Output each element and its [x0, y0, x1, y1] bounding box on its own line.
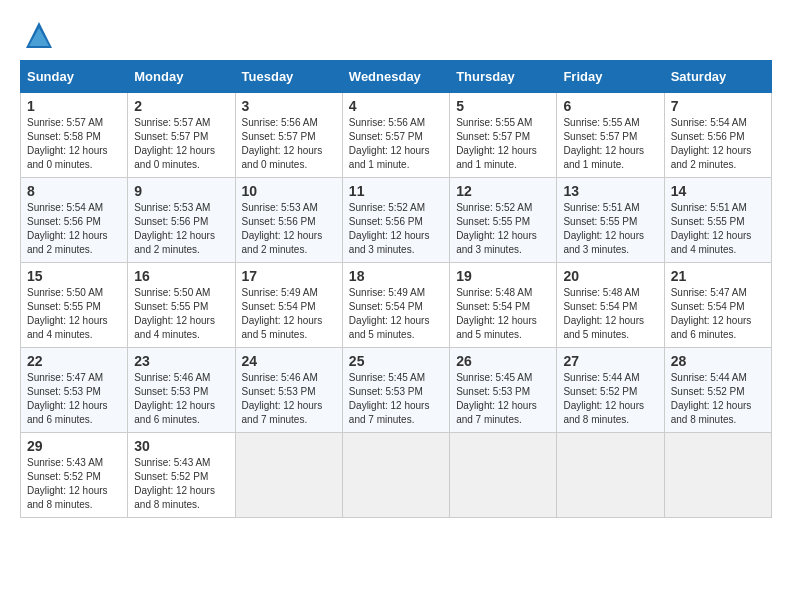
day-info: Sunrise: 5:52 AMSunset: 5:55 PMDaylight:… [456, 202, 537, 255]
day-number: 1 [27, 98, 121, 114]
day-info: Sunrise: 5:57 AMSunset: 5:57 PMDaylight:… [134, 117, 215, 170]
calendar-cell [342, 433, 449, 518]
calendar-cell: 20 Sunrise: 5:48 AMSunset: 5:54 PMDaylig… [557, 263, 664, 348]
calendar-cell: 1 Sunrise: 5:57 AMSunset: 5:58 PMDayligh… [21, 93, 128, 178]
calendar-cell: 27 Sunrise: 5:44 AMSunset: 5:52 PMDaylig… [557, 348, 664, 433]
day-number: 14 [671, 183, 765, 199]
calendar-cell: 18 Sunrise: 5:49 AMSunset: 5:54 PMDaylig… [342, 263, 449, 348]
calendar-week-5: 29 Sunrise: 5:43 AMSunset: 5:52 PMDaylig… [21, 433, 772, 518]
calendar-cell: 15 Sunrise: 5:50 AMSunset: 5:55 PMDaylig… [21, 263, 128, 348]
calendar-cell: 7 Sunrise: 5:54 AMSunset: 5:56 PMDayligh… [664, 93, 771, 178]
calendar-header: SundayMondayTuesdayWednesdayThursdayFrid… [21, 61, 772, 93]
day-info: Sunrise: 5:53 AMSunset: 5:56 PMDaylight:… [242, 202, 323, 255]
day-info: Sunrise: 5:56 AMSunset: 5:57 PMDaylight:… [349, 117, 430, 170]
day-info: Sunrise: 5:52 AMSunset: 5:56 PMDaylight:… [349, 202, 430, 255]
logo [20, 20, 54, 50]
logo-icon [24, 20, 54, 50]
day-number: 23 [134, 353, 228, 369]
calendar-cell: 2 Sunrise: 5:57 AMSunset: 5:57 PMDayligh… [128, 93, 235, 178]
day-info: Sunrise: 5:49 AMSunset: 5:54 PMDaylight:… [349, 287, 430, 340]
day-number: 24 [242, 353, 336, 369]
day-info: Sunrise: 5:45 AMSunset: 5:53 PMDaylight:… [456, 372, 537, 425]
day-number: 18 [349, 268, 443, 284]
day-info: Sunrise: 5:56 AMSunset: 5:57 PMDaylight:… [242, 117, 323, 170]
calendar-week-4: 22 Sunrise: 5:47 AMSunset: 5:53 PMDaylig… [21, 348, 772, 433]
calendar-cell [557, 433, 664, 518]
day-number: 28 [671, 353, 765, 369]
day-number: 7 [671, 98, 765, 114]
page-header [20, 20, 772, 50]
calendar-cell: 24 Sunrise: 5:46 AMSunset: 5:53 PMDaylig… [235, 348, 342, 433]
day-info: Sunrise: 5:55 AMSunset: 5:57 PMDaylight:… [456, 117, 537, 170]
calendar-cell: 4 Sunrise: 5:56 AMSunset: 5:57 PMDayligh… [342, 93, 449, 178]
day-number: 3 [242, 98, 336, 114]
calendar-cell: 16 Sunrise: 5:50 AMSunset: 5:55 PMDaylig… [128, 263, 235, 348]
day-number: 12 [456, 183, 550, 199]
day-info: Sunrise: 5:49 AMSunset: 5:54 PMDaylight:… [242, 287, 323, 340]
calendar-cell [450, 433, 557, 518]
day-number: 19 [456, 268, 550, 284]
column-header-monday: Monday [128, 61, 235, 93]
calendar-cell: 9 Sunrise: 5:53 AMSunset: 5:56 PMDayligh… [128, 178, 235, 263]
day-number: 16 [134, 268, 228, 284]
day-number: 29 [27, 438, 121, 454]
calendar-cell: 19 Sunrise: 5:48 AMSunset: 5:54 PMDaylig… [450, 263, 557, 348]
column-header-sunday: Sunday [21, 61, 128, 93]
calendar-cell: 3 Sunrise: 5:56 AMSunset: 5:57 PMDayligh… [235, 93, 342, 178]
day-number: 5 [456, 98, 550, 114]
column-header-thursday: Thursday [450, 61, 557, 93]
day-number: 25 [349, 353, 443, 369]
day-number: 30 [134, 438, 228, 454]
day-info: Sunrise: 5:43 AMSunset: 5:52 PMDaylight:… [27, 457, 108, 510]
day-number: 26 [456, 353, 550, 369]
day-number: 13 [563, 183, 657, 199]
calendar-week-1: 1 Sunrise: 5:57 AMSunset: 5:58 PMDayligh… [21, 93, 772, 178]
day-number: 27 [563, 353, 657, 369]
day-number: 11 [349, 183, 443, 199]
calendar-cell: 8 Sunrise: 5:54 AMSunset: 5:56 PMDayligh… [21, 178, 128, 263]
calendar-cell: 29 Sunrise: 5:43 AMSunset: 5:52 PMDaylig… [21, 433, 128, 518]
calendar-cell: 30 Sunrise: 5:43 AMSunset: 5:52 PMDaylig… [128, 433, 235, 518]
calendar-cell: 10 Sunrise: 5:53 AMSunset: 5:56 PMDaylig… [235, 178, 342, 263]
day-info: Sunrise: 5:54 AMSunset: 5:56 PMDaylight:… [671, 117, 752, 170]
column-header-friday: Friday [557, 61, 664, 93]
calendar-cell: 17 Sunrise: 5:49 AMSunset: 5:54 PMDaylig… [235, 263, 342, 348]
day-number: 22 [27, 353, 121, 369]
day-info: Sunrise: 5:46 AMSunset: 5:53 PMDaylight:… [134, 372, 215, 425]
calendar-cell: 26 Sunrise: 5:45 AMSunset: 5:53 PMDaylig… [450, 348, 557, 433]
calendar-cell: 21 Sunrise: 5:47 AMSunset: 5:54 PMDaylig… [664, 263, 771, 348]
day-info: Sunrise: 5:50 AMSunset: 5:55 PMDaylight:… [27, 287, 108, 340]
day-info: Sunrise: 5:54 AMSunset: 5:56 PMDaylight:… [27, 202, 108, 255]
calendar-cell: 12 Sunrise: 5:52 AMSunset: 5:55 PMDaylig… [450, 178, 557, 263]
day-number: 21 [671, 268, 765, 284]
calendar-cell: 14 Sunrise: 5:51 AMSunset: 5:55 PMDaylig… [664, 178, 771, 263]
day-info: Sunrise: 5:57 AMSunset: 5:58 PMDaylight:… [27, 117, 108, 170]
day-info: Sunrise: 5:48 AMSunset: 5:54 PMDaylight:… [563, 287, 644, 340]
day-number: 6 [563, 98, 657, 114]
calendar-cell: 28 Sunrise: 5:44 AMSunset: 5:52 PMDaylig… [664, 348, 771, 433]
calendar-cell: 22 Sunrise: 5:47 AMSunset: 5:53 PMDaylig… [21, 348, 128, 433]
calendar-cell: 11 Sunrise: 5:52 AMSunset: 5:56 PMDaylig… [342, 178, 449, 263]
column-header-saturday: Saturday [664, 61, 771, 93]
calendar-cell: 5 Sunrise: 5:55 AMSunset: 5:57 PMDayligh… [450, 93, 557, 178]
day-number: 8 [27, 183, 121, 199]
day-info: Sunrise: 5:43 AMSunset: 5:52 PMDaylight:… [134, 457, 215, 510]
day-info: Sunrise: 5:53 AMSunset: 5:56 PMDaylight:… [134, 202, 215, 255]
day-number: 4 [349, 98, 443, 114]
calendar-cell: 13 Sunrise: 5:51 AMSunset: 5:55 PMDaylig… [557, 178, 664, 263]
column-header-wednesday: Wednesday [342, 61, 449, 93]
day-number: 17 [242, 268, 336, 284]
day-info: Sunrise: 5:55 AMSunset: 5:57 PMDaylight:… [563, 117, 644, 170]
day-number: 9 [134, 183, 228, 199]
day-info: Sunrise: 5:50 AMSunset: 5:55 PMDaylight:… [134, 287, 215, 340]
calendar-cell: 23 Sunrise: 5:46 AMSunset: 5:53 PMDaylig… [128, 348, 235, 433]
calendar-cell [664, 433, 771, 518]
calendar-week-3: 15 Sunrise: 5:50 AMSunset: 5:55 PMDaylig… [21, 263, 772, 348]
calendar-cell: 6 Sunrise: 5:55 AMSunset: 5:57 PMDayligh… [557, 93, 664, 178]
day-number: 10 [242, 183, 336, 199]
calendar-table: SundayMondayTuesdayWednesdayThursdayFrid… [20, 60, 772, 518]
day-info: Sunrise: 5:48 AMSunset: 5:54 PMDaylight:… [456, 287, 537, 340]
calendar-cell: 25 Sunrise: 5:45 AMSunset: 5:53 PMDaylig… [342, 348, 449, 433]
column-header-tuesday: Tuesday [235, 61, 342, 93]
day-info: Sunrise: 5:44 AMSunset: 5:52 PMDaylight:… [671, 372, 752, 425]
